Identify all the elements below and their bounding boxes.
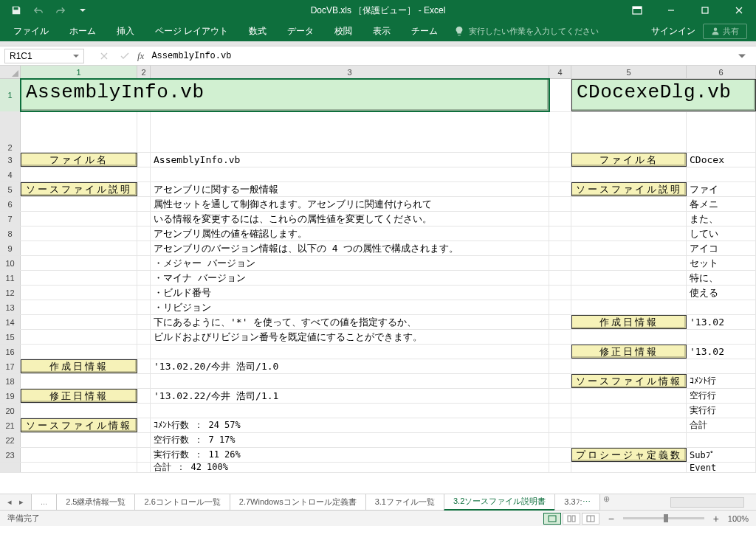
window-title: DocVB.xls ［保護ビュー］ - Excel <box>311 4 446 17</box>
svg-point-4 <box>714 28 718 32</box>
col-header-3[interactable]: 3 <box>151 66 549 78</box>
select-all-button[interactable] <box>0 66 21 78</box>
tab-formulas[interactable]: 数式 <box>238 21 277 41</box>
tab-review[interactable]: 校閲 <box>324 21 362 41</box>
sheet-tab-3[interactable]: 3.1ファイル一覧 <box>365 494 444 511</box>
col-header-2[interactable]: 2 <box>137 66 151 78</box>
svg-rect-3 <box>702 7 708 13</box>
minimize-button[interactable] <box>654 0 688 21</box>
view-pagebreak-icon[interactable] <box>582 513 599 525</box>
signin-link[interactable]: サインイン <box>651 25 695 38</box>
row-header-1[interactable]: 1 <box>0 79 21 111</box>
view-pagelayout-icon[interactable] <box>563 513 580 525</box>
formula-input[interactable] <box>148 49 737 63</box>
sheet-tab-trunc[interactable]: 3.3ﾌ: ⋯ <box>554 494 599 511</box>
add-sheet-icon[interactable]: ⊕ <box>599 494 614 511</box>
svg-rect-5 <box>549 516 556 522</box>
col-header-4[interactable]: 4 <box>549 66 571 78</box>
undo-icon[interactable] <box>28 1 49 19</box>
cell-title-left[interactable]: AssemblyInfo.vb <box>21 79 549 111</box>
label-filename[interactable]: ファイル名 <box>21 153 137 167</box>
tab-home[interactable]: ホーム <box>59 21 106 41</box>
cancel-formula-icon[interactable] <box>94 49 114 63</box>
zoom-in-button[interactable]: + <box>712 513 721 525</box>
share-button[interactable]: 共有 <box>703 24 747 39</box>
fx-icon[interactable]: fx <box>137 50 144 62</box>
zoom-slider[interactable] <box>623 517 704 519</box>
close-button[interactable] <box>722 0 756 21</box>
sheet-tab-overflow[interactable]: ... <box>31 494 57 511</box>
col-header-6[interactable]: 6 <box>687 66 756 78</box>
cell-title-right[interactable]: CDocexeDlg.vb <box>571 79 756 111</box>
sheet-nav-first-icon[interactable]: ◂ <box>4 497 15 507</box>
bulb-icon <box>454 26 464 36</box>
col-header-5[interactable]: 5 <box>571 66 687 78</box>
person-icon <box>711 27 720 35</box>
tab-file[interactable]: ファイル <box>3 21 59 41</box>
svg-rect-7 <box>572 516 575 522</box>
tab-team[interactable]: チーム <box>401 21 448 41</box>
save-icon[interactable] <box>6 1 27 19</box>
status-ready: 準備完了 <box>7 513 40 524</box>
expand-formula-icon[interactable] <box>738 52 752 60</box>
maximize-button[interactable] <box>688 0 722 21</box>
tab-view[interactable]: 表示 <box>362 21 401 41</box>
worksheet-grid[interactable]: 1 AssemblyInfo.vb CDocexeDlg.vb 2 3 ファイル… <box>0 79 756 473</box>
zoom-out-button[interactable]: − <box>607 513 616 525</box>
qat-dropdown-icon[interactable] <box>72 1 93 19</box>
zoom-level[interactable]: 100% <box>728 514 749 523</box>
name-box[interactable]: R1C1 <box>4 49 84 63</box>
sheet-tab-4[interactable]: 3.2ソースファイル説明書 <box>444 494 555 511</box>
svg-rect-6 <box>568 516 571 522</box>
view-normal-icon[interactable] <box>543 513 561 525</box>
col-header-1[interactable]: 1 <box>21 66 137 78</box>
sheet-tab-0[interactable]: 2.5継承情報一覧 <box>56 494 135 511</box>
chevron-down-icon[interactable] <box>73 53 79 59</box>
redo-icon[interactable] <box>50 1 71 19</box>
ribbon-display-icon[interactable] <box>620 0 654 21</box>
tab-data[interactable]: データ <box>277 21 324 41</box>
tell-me[interactable]: 実行したい作業を入力してください <box>454 26 599 37</box>
svg-rect-1 <box>633 7 642 9</box>
sheet-tab-2[interactable]: 2.7Windowsコントロール定義書 <box>230 494 366 511</box>
sheet-nav-next-icon[interactable]: ▸ <box>16 497 27 507</box>
tab-insert[interactable]: 挿入 <box>106 21 145 41</box>
horizontal-scrollbar[interactable] <box>670 497 744 508</box>
sheet-tab-1[interactable]: 2.6コントロール一覧 <box>134 494 230 511</box>
enter-formula-icon[interactable] <box>115 49 134 63</box>
tab-pagelayout[interactable]: ページ レイアウト <box>145 21 238 41</box>
